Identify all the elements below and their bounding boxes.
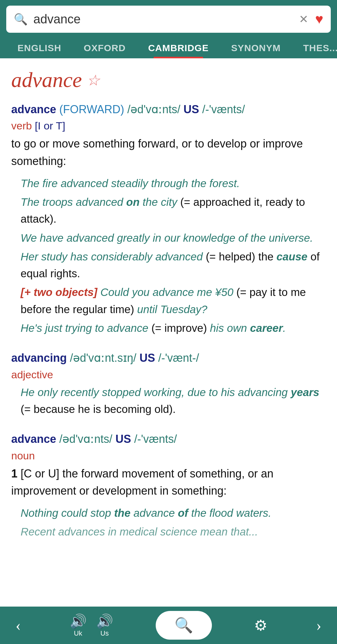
search-center-button[interactable]: 🔍 [156, 611, 212, 640]
favorite-icon[interactable]: ♥ [315, 11, 323, 27]
audio-uk-button[interactable]: 🔊 Uk [70, 613, 87, 637]
entry-1-us-label: US [183, 103, 202, 116]
example-noun-1: Nothing could stop the advance of the fl… [11, 505, 326, 521]
header: 🔍 ✕ ♥ ENGLISH OXFORD CAMBRIDGE SYNONYM T… [0, 0, 337, 58]
entry-3-phonetic-us: /-'vænts/ [134, 433, 177, 445]
example-advancing-1: He only recently stopped working, due to… [11, 384, 326, 418]
pos-verb: verb [11, 120, 35, 132]
entry-2-title: advancing /əd'vɑːnt.sɪŋ/ US /-'vænt-/ [11, 350, 326, 366]
bookmark-star-icon[interactable]: ☆ [86, 71, 100, 89]
example-4: Her study has considerably advanced (= h… [11, 248, 326, 282]
tab-thesaurus[interactable]: THES... [292, 36, 337, 58]
entry-1-title: advance (FORWARD) /əd'vɑːnts/ US /-'vænt… [11, 102, 326, 117]
search-bar: 🔍 ✕ ♥ [6, 6, 331, 33]
entry-3-us-label: US [115, 433, 134, 445]
volume-uk-icon: 🔊 [70, 613, 87, 629]
example-5: [+ two objects] Could you advance me ¥50… [11, 284, 326, 318]
pos-noun: noun [11, 450, 35, 462]
entry-3-definition: 1 [C or U] the forward movement of somet… [11, 465, 326, 500]
nav-tabs: ENGLISH OXFORD CAMBRIDGE SYNONYM THES... [6, 36, 331, 58]
entry-advance-noun: advance /əd'vɑːnts/ US /-'vænts/ noun 1 … [11, 431, 326, 540]
entry-advance-verb: advance (FORWARD) /əd'vɑːnts/ US /-'vænt… [11, 102, 326, 337]
tab-cambridge[interactable]: CAMBRIDGE [137, 36, 220, 58]
entry-2-phonetic-us: /-'vænt-/ [158, 351, 199, 364]
word-title: advance [11, 68, 82, 92]
search-icon: 🔍 [14, 13, 28, 26]
example-6: He's just trying to advance (= improve) … [11, 320, 326, 337]
volume-us-icon: 🔊 [96, 613, 113, 629]
tab-synonym[interactable]: SYNONYM [220, 36, 292, 58]
main-content: advance ☆ advance (FORWARD) /əd'vɑːnts/ … [0, 58, 337, 604]
example-noun-2: Recent advances in medical science mean … [11, 523, 326, 540]
next-button[interactable]: › [310, 613, 328, 637]
entry-1-word: advance [11, 103, 56, 116]
search-center-icon: 🔍 [174, 617, 193, 634]
entry-1-pos: verb [I or T] [11, 120, 326, 132]
audio-controls: 🔊 Uk 🔊 Us [70, 613, 113, 637]
audio-us-label: Us [100, 629, 109, 637]
audio-us-button[interactable]: 🔊 Us [96, 613, 113, 637]
entry-3-title: advance /əd'vɑːnts/ US /-'vænts/ [11, 431, 326, 447]
prev-button[interactable]: ‹ [9, 613, 27, 637]
pos-grammar: [I or T] [35, 120, 66, 132]
search-input[interactable] [33, 12, 299, 26]
entry-3-phonetic-uk: /əd'vɑːnts/ [59, 433, 115, 445]
entry-1-phonetic-us: /-'vænts/ [202, 103, 245, 116]
entry-1-phonetic-uk: /əd'vɑːnts/ [127, 103, 183, 116]
entry-2-phonetic-uk: /əd'vɑːnt.sɪŋ/ [70, 351, 139, 364]
tab-oxford[interactable]: OXFORD [72, 36, 137, 58]
example-1: The fire advanced steadily through the f… [11, 175, 326, 192]
word-heading: advance ☆ [11, 68, 326, 92]
example-3: We have advanced greatly in our knowledg… [11, 230, 326, 246]
clear-icon[interactable]: ✕ [299, 13, 308, 26]
entry-3-word: advance [11, 433, 56, 445]
pos-adjective: adjective [11, 369, 53, 380]
bottom-navigation: ‹ 🔊 Uk 🔊 Us 🔍 ⚙ › [0, 607, 337, 644]
settings-button[interactable]: ⚙ [254, 617, 267, 634]
entry-2-us-label: US [139, 351, 158, 364]
entry-2-word: advancing [11, 351, 67, 364]
audio-uk-label: Uk [74, 629, 82, 637]
entry-1-sense: (FORWARD) [59, 103, 127, 116]
entry-2-pos: adjective [11, 369, 326, 381]
tab-english[interactable]: ENGLISH [6, 36, 72, 58]
entry-advancing-adj: advancing /əd'vɑːnt.sɪŋ/ US /-'vænt-/ ad… [11, 350, 326, 418]
entry-3-pos: noun [11, 450, 326, 462]
entry-1-definition: to go or move something forward, or to d… [11, 135, 326, 170]
example-2: The troops advanced on the city (= appro… [11, 194, 326, 228]
